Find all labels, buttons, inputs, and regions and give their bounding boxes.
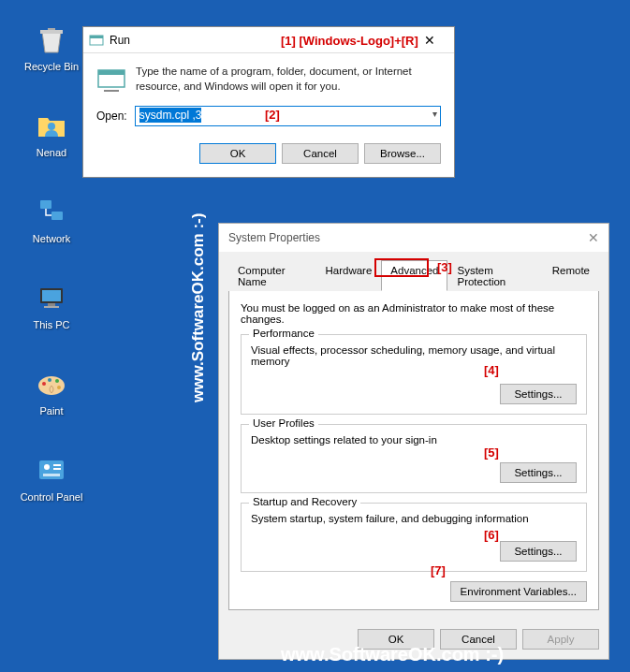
svg-rect-5: [48, 303, 55, 306]
run-description: Type the name of a program, folder, docu…: [136, 65, 441, 95]
svg-rect-18: [90, 36, 103, 38]
desktop-icon-paint[interactable]: Paint: [19, 365, 84, 416]
desktop-icon-label: Network: [19, 233, 84, 244]
control-panel-icon: [33, 451, 70, 489]
desktop-icon-recycle-bin[interactable]: Recycle Bin: [19, 21, 84, 72]
svg-point-10: [55, 379, 59, 383]
desktop-icon-control-panel[interactable]: Control Panel: [19, 451, 84, 503]
group-desc: System startup, system failure, and debu…: [251, 513, 577, 524]
svg-rect-14: [53, 464, 61, 466]
svg-rect-1: [40, 200, 51, 209]
run-input[interactable]: sysdm.cpl ,3 ▾: [135, 106, 441, 126]
tab-advanced[interactable]: Advanced: [381, 260, 447, 291]
watermark-side: www.SoftwareOK.com :-): [189, 213, 208, 402]
startup-settings-button[interactable]: Settings...: [500, 541, 577, 562]
performance-settings-button[interactable]: Settings...: [500, 384, 577, 404]
group-legend: Performance: [249, 328, 318, 339]
this-pc-icon: [33, 279, 70, 316]
tab-hardware[interactable]: Hardware: [315, 260, 381, 291]
tab-computer-name[interactable]: Computer Name: [228, 260, 315, 291]
desktop-icon-label: Control Panel: [19, 491, 84, 503]
watermark-bottom: www.SoftwareOK.com :-): [281, 644, 504, 665]
svg-point-11: [57, 386, 61, 389]
svg-rect-15: [53, 468, 61, 470]
group-user-profiles: User Profiles Desktop settings related t…: [241, 424, 587, 493]
user-folder-icon: [33, 107, 70, 144]
group-desc: Desktop settings related to your sign-in: [251, 434, 577, 446]
desktop-icon-label: Recycle Bin: [19, 61, 84, 72]
tab-content-advanced: You must be logged on as an Administrato…: [228, 291, 599, 610]
run-titlebar[interactable]: Run ✕: [83, 27, 454, 53]
environment-variables-button[interactable]: Environment Variables...: [450, 581, 587, 602]
sysprop-titlebar[interactable]: System Properties ✕: [219, 224, 608, 252]
desktop-icon-this-pc[interactable]: This PC: [19, 279, 84, 330]
tab-remote[interactable]: Remote: [543, 260, 599, 291]
chevron-down-icon[interactable]: ▾: [432, 109, 437, 119]
tab-system-protection[interactable]: System Protection: [447, 260, 542, 291]
paint-icon: [33, 365, 70, 402]
desktop-icon-label: Nenad: [19, 147, 84, 158]
browse-button[interactable]: Browse...: [364, 143, 441, 164]
close-icon[interactable]: ✕: [588, 230, 599, 245]
desktop-icon-user-folder[interactable]: Nenad: [19, 107, 84, 158]
system-properties-dialog: System Properties ✕ Computer Name Hardwa…: [218, 223, 609, 660]
tab-strip: Computer Name Hardware Advanced System P…: [228, 259, 599, 291]
svg-point-8: [42, 382, 46, 386]
svg-rect-2: [51, 212, 63, 220]
group-legend: User Profiles: [249, 417, 318, 429]
run-dialog: Run ✕ Type the name of a program, folder…: [82, 26, 455, 178]
close-icon[interactable]: ✕: [411, 33, 448, 48]
desktop-icon-network[interactable]: Network: [19, 193, 84, 244]
admin-note: You must be logged on as an Administrato…: [241, 302, 587, 325]
group-legend: Startup and Recovery: [249, 496, 360, 507]
desktop-icon-label: Paint: [19, 405, 84, 416]
open-label: Open:: [96, 110, 127, 123]
apply-button[interactable]: Apply: [522, 629, 599, 650]
run-title: Run: [110, 34, 411, 47]
group-desc: Visual effects, processor scheduling, me…: [251, 344, 577, 367]
group-performance: Performance Visual effects, processor sc…: [241, 334, 587, 415]
svg-point-9: [48, 378, 51, 382]
svg-rect-16: [43, 474, 60, 476]
desktop-icon-label: This PC: [19, 319, 84, 330]
svg-point-0: [48, 123, 55, 130]
recycle-bin-icon: [33, 21, 70, 58]
network-icon: [33, 193, 70, 230]
svg-rect-6: [44, 306, 59, 308]
svg-rect-4: [42, 290, 61, 301]
svg-point-13: [44, 464, 50, 470]
ok-button[interactable]: OK: [199, 143, 276, 164]
cancel-button[interactable]: Cancel: [282, 143, 359, 164]
group-startup-recovery: Startup and Recovery System startup, sys…: [241, 503, 587, 572]
run-body-icon: [96, 65, 126, 95]
run-icon: [89, 33, 104, 48]
user-profiles-settings-button[interactable]: Settings...: [500, 462, 577, 483]
sysprop-title: System Properties: [228, 231, 588, 244]
svg-rect-20: [98, 70, 125, 75]
